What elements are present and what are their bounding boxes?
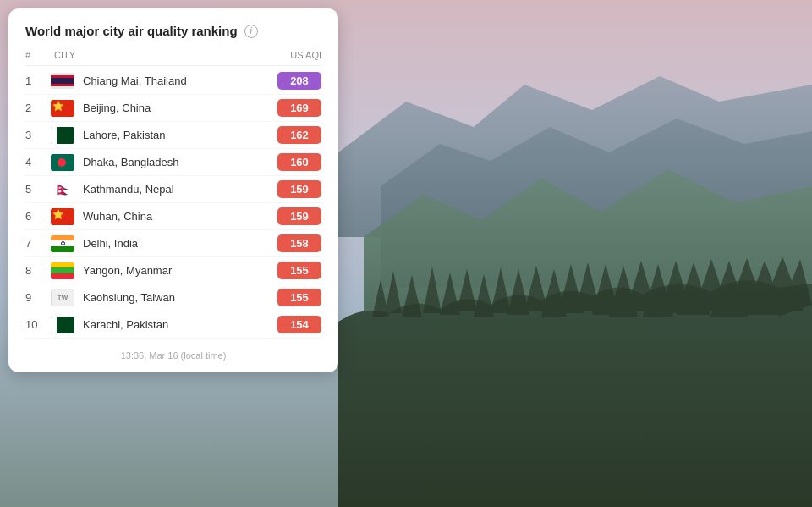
city-name: Kathmandu, Nepal (81, 183, 254, 196)
table-row: 8 Yangon, Myanmar 155 (25, 257, 321, 284)
aqi-value: 159 (277, 207, 321, 225)
aqi-badge-container: 208 (254, 72, 321, 90)
aqi-value: 154 (277, 316, 321, 333)
col-aqi-header: US AQI (254, 50, 321, 60)
aqi-value: 159 (277, 180, 321, 198)
aqi-badge-container: 162 (254, 126, 321, 144)
country-flag: ⭐ (51, 100, 74, 117)
country-flag: 🇳🇵 (51, 181, 74, 198)
table-row: 9 TW Kaohsiung, Taiwan 155 (25, 284, 321, 311)
rank-number: 5 (25, 183, 51, 196)
aqi-badge-container: 159 (254, 180, 321, 198)
rank-number: 8 (25, 264, 51, 277)
table-header: # CITY US AQI (25, 50, 321, 66)
city-name: Lahore, Pakistan (81, 129, 254, 141)
col-city-header: CITY (51, 50, 254, 60)
country-flag (51, 235, 74, 252)
aqi-badge-container: 169 (254, 99, 321, 117)
city-name: Dhaka, Bangladesh (81, 156, 254, 168)
country-flag (51, 127, 74, 144)
city-name: Beijing, China (81, 102, 254, 114)
table-row: 3 Lahore, Pakistan 162 (25, 122, 321, 149)
col-rank-header: # (25, 50, 51, 60)
city-name: Wuhan, China (81, 210, 254, 223)
city-name: Yangon, Myanmar (81, 264, 254, 277)
rank-number: 6 (25, 210, 51, 223)
aqi-value: 158 (277, 234, 321, 252)
table-row: 1 Chiang Mai, Thailand 208 (25, 68, 321, 95)
country-flag (51, 73, 74, 90)
rank-number: 1 (25, 74, 51, 87)
card-title: World major city air quality ranking i (25, 24, 321, 38)
aqi-badge-container: 154 (254, 316, 321, 333)
country-flag: ⭐ (51, 208, 74, 225)
ranking-card: World major city air quality ranking i #… (8, 8, 338, 372)
table-row: 10 Karachi, Pakistan 154 (25, 311, 321, 339)
country-flag (51, 317, 74, 333)
rank-number: 9 (25, 291, 51, 304)
city-name: Delhi, India (81, 237, 254, 250)
table-row: 6 ⭐ Wuhan, China 159 (25, 203, 321, 230)
table-row: 7 Delhi, India 158 (25, 230, 321, 257)
ranking-table-body: 1 Chiang Mai, Thailand 208 2 ⭐ Beijing, … (25, 68, 321, 339)
card-title-text: World major city air quality ranking (25, 24, 238, 38)
aqi-badge-container: 160 (254, 153, 321, 171)
country-flag (51, 262, 74, 279)
aqi-value: 162 (277, 126, 321, 144)
rank-number: 10 (25, 318, 51, 331)
rank-number: 3 (25, 129, 51, 141)
aqi-value: 169 (277, 99, 321, 117)
rank-number: 4 (25, 156, 51, 168)
city-name: Karachi, Pakistan (81, 318, 254, 331)
table-row: 4 Dhaka, Bangladesh 160 (25, 149, 321, 176)
rank-number: 7 (25, 237, 51, 250)
info-icon[interactable]: i (244, 25, 258, 38)
table-row: 5 🇳🇵 Kathmandu, Nepal 159 (25, 176, 321, 203)
rank-number: 2 (25, 102, 51, 114)
aqi-value: 155 (277, 262, 321, 279)
aqi-badge-container: 159 (254, 207, 321, 225)
aqi-value: 155 (277, 289, 321, 306)
country-flag: TW (51, 289, 74, 306)
table-row: 2 ⭐ Beijing, China 169 (25, 95, 321, 122)
aqi-value: 208 (277, 72, 321, 90)
aqi-badge-container: 158 (254, 234, 321, 252)
city-name: Kaohsiung, Taiwan (81, 291, 254, 304)
aqi-badge-container: 155 (254, 289, 321, 306)
aqi-value: 160 (277, 153, 321, 171)
aqi-badge-container: 155 (254, 262, 321, 279)
timestamp: 13:36, Mar 16 (local time) (25, 347, 321, 361)
city-name: Chiang Mai, Thailand (81, 74, 254, 87)
country-flag (51, 154, 74, 171)
